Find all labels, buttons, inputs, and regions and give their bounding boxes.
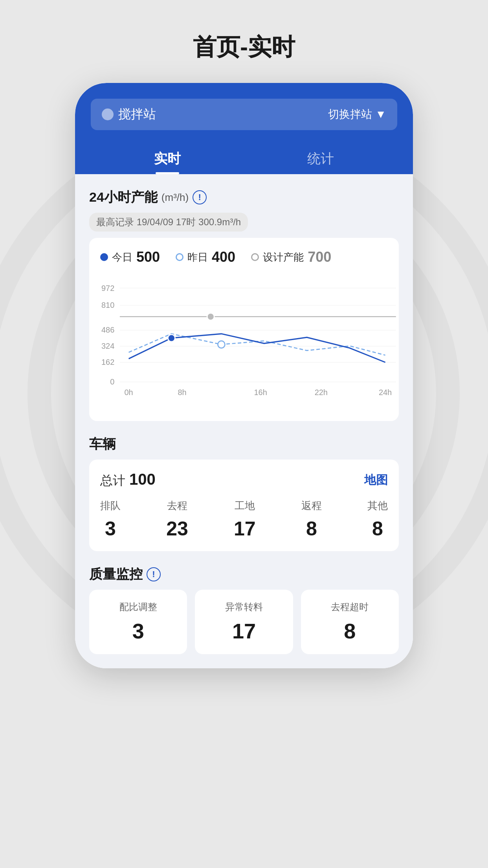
vehicle-title: 车辆 [89,435,399,453]
svg-text:8h: 8h [178,388,187,397]
svg-text:162: 162 [101,358,114,366]
legend-yesterday: 昨日 400 [176,249,235,265]
stat-label: 去程 [167,499,187,513]
stat-number: 3 [105,517,116,540]
svg-text:810: 810 [101,301,114,309]
quality-label: 异常转料 [225,601,263,613]
legend-design: 设计产能 700 [251,249,331,265]
svg-point-13 [207,313,214,320]
svg-text:24h: 24h [379,388,392,397]
page-title: 首页-实时 [193,31,295,63]
quality-card[interactable]: 异常转料 17 [195,590,293,654]
vehicle-stat-item: 返程 8 [301,499,322,540]
svg-text:972: 972 [101,284,114,292]
quality-card[interactable]: 去程超时 8 [301,590,399,654]
map-link[interactable]: 地图 [364,472,388,488]
stat-number: 8 [306,517,317,540]
legend-dot-yesterday [176,253,183,261]
quality-card[interactable]: 配比调整 3 [89,590,187,654]
svg-text:486: 486 [101,326,114,334]
vehicle-section: 车辆 总计 100 地图 排队 3 去程 23 工地 17 [89,435,399,551]
switch-station-button[interactable]: 切换拌站 ▼ [328,107,386,122]
svg-text:22h: 22h [315,388,328,397]
vehicle-stats: 排队 3 去程 23 工地 17 返程 8 其他 8 [100,499,388,540]
quality-number: 3 [132,619,144,643]
chart-svg: 972 810 486 324 162 0 [100,275,407,408]
quality-section: 质量监控 ! 配比调整 3 异常转料 17 去程超时 8 [89,565,399,654]
svg-point-15 [168,335,175,342]
vehicle-header: 总计 100 地图 [100,471,388,489]
phone-header: 搅拌站 切换拌站 ▼ 实时 统计 [75,83,413,174]
record-badge: 最高记录 19/04/09 17时 300.9m³/h [89,213,248,232]
chevron-down-icon: ▼ [375,108,386,121]
svg-text:16h: 16h [254,388,267,397]
quality-grid: 配比调整 3 异常转料 17 去程超时 8 [89,590,399,654]
svg-text:0: 0 [110,377,114,386]
svg-point-14 [218,341,225,348]
vehicle-stat-item: 排队 3 [100,499,121,540]
quality-number: 17 [232,619,256,643]
chart-legend: 今日 500 昨日 400 设计产能 700 [100,249,388,265]
station-dot [102,108,114,120]
stat-label: 工地 [235,499,255,513]
station-bar[interactable]: 搅拌站 切换拌站 ▼ [91,99,397,130]
phone-frame: 搅拌站 切换拌站 ▼ 实时 统计 24小时产能 (m³/h) ! 最高记录 19… [75,83,413,668]
quality-label: 去程超时 [331,601,369,613]
stat-number: 17 [234,517,256,540]
tabs: 实时 统计 [91,142,397,174]
quality-info-icon[interactable]: ! [147,567,161,581]
legend-today: 今日 500 [100,249,160,265]
legend-dot-today [100,253,108,261]
productivity-info-icon[interactable]: ! [193,190,207,204]
productivity-title: 24小时产能 (m³/h) ! [89,188,399,206]
legend-dot-design [251,253,259,261]
phone-body: 24小时产能 (m³/h) ! 最高记录 19/04/09 17时 300.9m… [75,174,413,668]
vehicle-total: 总计 100 [100,471,156,489]
vehicle-stat-item: 其他 8 [367,499,388,540]
vehicle-stat-item: 去程 23 [166,499,188,540]
quality-number: 8 [344,619,356,643]
vehicle-stat-item: 工地 17 [234,499,256,540]
stat-number: 23 [166,517,188,540]
productivity-section: 24小时产能 (m³/h) ! 最高记录 19/04/09 17时 300.9m… [89,188,399,421]
stat-label: 返程 [301,499,322,513]
stat-label: 排队 [100,499,121,513]
svg-text:324: 324 [101,342,114,350]
quality-title: 质量监控 ! [89,565,399,583]
station-name: 搅拌站 [102,106,156,123]
tab-realtime[interactable]: 实时 [91,142,244,174]
stat-number: 8 [372,517,383,540]
chart-area: 972 810 486 324 162 0 [100,275,388,410]
productivity-unit: (m³/h) [161,191,189,204]
tab-stats[interactable]: 统计 [244,142,397,174]
vehicle-card: 总计 100 地图 排队 3 去程 23 工地 17 返程 8 其他 8 [89,460,399,551]
quality-label: 配比调整 [119,601,157,613]
chart-card: 今日 500 昨日 400 设计产能 700 [89,238,399,421]
svg-text:0h: 0h [124,388,133,397]
stat-label: 其他 [367,499,388,513]
